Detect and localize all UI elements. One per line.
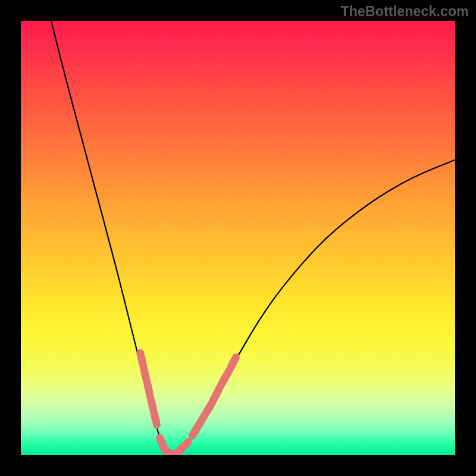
marker-left-segment [151, 400, 153, 408]
marker-right-segment [230, 360, 234, 368]
marker-right-dot [189, 432, 196, 440]
marker-left-dot [143, 377, 151, 385]
marker-right-dot [232, 353, 240, 361]
watermark-text: TheBottleneck.com [340, 4, 469, 20]
marker-right-segment [214, 389, 219, 400]
marker-left-segment [155, 415, 156, 422]
marker-left-segment [148, 385, 149, 393]
marker-right-dot [208, 399, 216, 407]
marker-right-dot [202, 410, 209, 418]
marker-left-segment [141, 356, 143, 363]
marker-left-dot [139, 362, 147, 370]
marker-left-dot [150, 408, 158, 416]
marker-left-dot [153, 421, 161, 428]
marker-left-dot [136, 349, 144, 357]
marker-right-segment [222, 373, 227, 383]
bottleneck-curve [51, 21, 455, 454]
marker-right-dot [217, 382, 224, 390]
marker-layer [136, 349, 240, 455]
marker-left-segment [144, 369, 146, 378]
marker-bottom-run [160, 438, 188, 455]
chart-frame: TheBottleneck.com [0, 0, 476, 476]
marker-right-dot [226, 367, 233, 374]
marker-left-dot [146, 393, 154, 400]
marker-right-dot [195, 421, 203, 428]
chart-overlay [21, 21, 455, 455]
plot-area [21, 21, 455, 455]
